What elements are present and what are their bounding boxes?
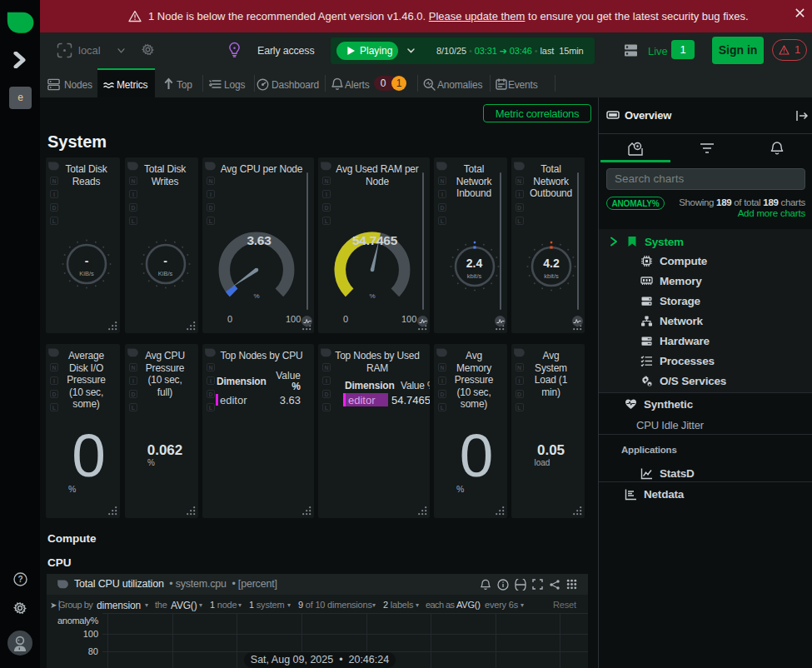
svg-text:?: ? bbox=[17, 575, 22, 584]
svg-text:%: % bbox=[369, 292, 375, 300]
svg-text:%: % bbox=[253, 292, 259, 300]
